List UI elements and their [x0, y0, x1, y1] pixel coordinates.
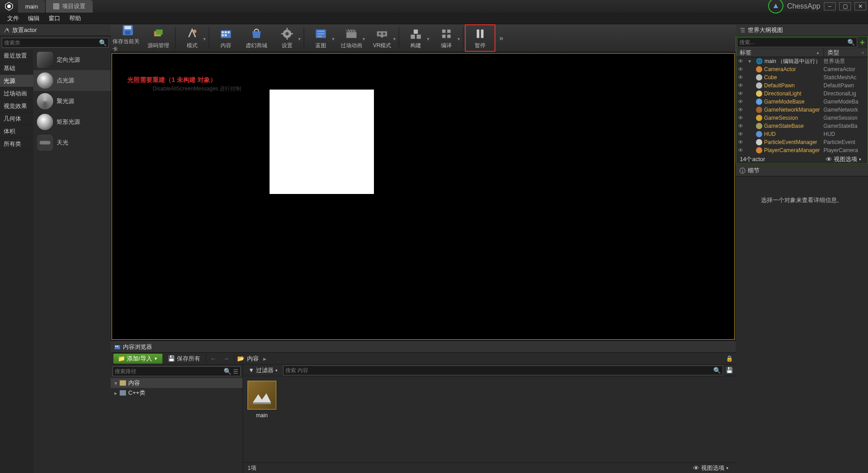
outliner-row[interactable]: 👁DirectionalLightDirectionalLig: [736, 90, 868, 98]
cinematics-button[interactable]: 过场动画▼: [336, 24, 367, 52]
minimize-button[interactable]: –: [824, 2, 836, 10]
outliner-row[interactable]: 👁GameStateBaseGameStateBa: [736, 122, 868, 130]
content-search[interactable]: 🔍: [283, 365, 723, 375]
visibility-icon[interactable]: 👁: [738, 66, 745, 72]
visibility-icon[interactable]: 👁: [738, 147, 745, 153]
world-outliner-tab[interactable]: 世界大纲视图: [736, 24, 868, 36]
outliner-row[interactable]: 👁GameNetworkManagerGameNetwork: [736, 106, 868, 114]
outliner-row[interactable]: 👁CubeStaticMeshAc: [736, 73, 868, 81]
save-level-button[interactable]: 保存当前关卡: [112, 24, 143, 52]
tree-expand-icon[interactable]: ▾: [114, 380, 120, 387]
blueprints-button[interactable]: 蓝图▼: [306, 24, 336, 52]
visibility-icon[interactable]: 👁: [738, 107, 745, 113]
visibility-icon[interactable]: 👁: [738, 90, 745, 97]
visibility-icon[interactable]: 👁: [738, 58, 745, 64]
project-status-icon[interactable]: [768, 0, 783, 14]
asset-main[interactable]: main: [247, 381, 276, 419]
toolbar-overflow[interactable]: »: [495, 24, 507, 52]
place-actor-tab[interactable]: 放置actor: [0, 24, 111, 36]
build-button[interactable]: 构建▼: [400, 24, 431, 52]
save-icon[interactable]: 💾: [726, 367, 733, 374]
search-input[interactable]: [285, 367, 713, 374]
tree-item-content[interactable]: ▾ 内容: [111, 378, 243, 388]
view-options-button[interactable]: 👁 视图选项 ▾: [823, 155, 864, 163]
chevron-down-icon: ▼: [457, 37, 461, 41]
search-input[interactable]: [4, 40, 99, 46]
vr-mode-button[interactable]: VR模式▼: [367, 24, 397, 52]
menu-edit[interactable]: 编辑: [23, 13, 44, 24]
visibility-icon[interactable]: 👁: [738, 139, 745, 145]
tab-project-settings[interactable]: 项目设置: [46, 0, 93, 13]
category-volumes[interactable]: 体积: [0, 125, 33, 138]
view-options-button[interactable]: 👁 视图选项 ▾: [690, 464, 731, 472]
column-label[interactable]: 标签▲: [736, 48, 823, 57]
viewport[interactable]: 光照需要重建（1 未构建 对象） DisableAllScreenMessage…: [112, 53, 735, 340]
visibility-icon[interactable]: 👁: [738, 115, 745, 121]
outliner-row[interactable]: 👁GameSessionGameSession: [736, 114, 868, 122]
category-all[interactable]: 所有类: [0, 138, 33, 150]
menu-help[interactable]: 帮助: [65, 13, 85, 24]
category-vfx[interactable]: 视觉效果: [0, 100, 33, 113]
visibility-icon[interactable]: 👁: [738, 99, 745, 105]
toolbar-label: 内容: [220, 42, 231, 50]
nav-forward-button[interactable]: →: [221, 355, 231, 362]
modes-button[interactable]: 模式▼: [177, 24, 207, 52]
category-cinematic[interactable]: 过场动画: [0, 87, 33, 100]
tab-main[interactable]: main: [18, 0, 45, 13]
visibility-icon[interactable]: 👁: [738, 74, 745, 81]
category-recent[interactable]: 最近放置: [0, 50, 33, 62]
tree-collapse-icon[interactable]: ▾: [745, 58, 754, 64]
actor-point-light[interactable]: 点光源: [33, 70, 111, 91]
visibility-icon[interactable]: 👁: [738, 131, 745, 137]
source-control-button[interactable]: 源码管理: [143, 24, 174, 52]
content-button[interactable]: 内容: [211, 24, 241, 52]
asset-grid[interactable]: main: [243, 376, 736, 462]
column-type[interactable]: 类型≡: [823, 48, 868, 57]
outliner-list[interactable]: 👁 ▾ 🌐 main （编辑器中运行） 世界场景 👁CameraActorCam…: [736, 57, 868, 154]
add-folder-icon[interactable]: ✚: [858, 39, 867, 46]
outliner-row[interactable]: 👁PlayerCameraManagerPlayerCamera: [736, 146, 868, 154]
outliner-row[interactable]: 👁ParticleEventManagerParticleEvent: [736, 138, 868, 146]
add-import-button[interactable]: 📁 添加/导入 ▼: [113, 354, 162, 364]
save-all-button[interactable]: 💾 保存所有: [165, 355, 203, 363]
search-input[interactable]: [115, 368, 224, 374]
outliner-row[interactable]: 👁DefaultPawnDefaultPawn: [736, 81, 868, 90]
actor-rect-light[interactable]: 矩形光源: [33, 112, 111, 132]
button-label: 保存所有: [177, 355, 200, 363]
nav-back-button[interactable]: ←: [209, 355, 219, 362]
actor-icon: [756, 107, 762, 113]
marketplace-button[interactable]: 虚幻商城: [241, 24, 272, 52]
outliner-row[interactable]: 👁CameraActorCameraActor: [736, 65, 868, 73]
search-input[interactable]: [739, 39, 847, 45]
outliner-row[interactable]: 👁HUDHUD: [736, 130, 868, 138]
menu-file[interactable]: 文件: [3, 13, 23, 24]
visibility-icon[interactable]: 👁: [738, 123, 745, 129]
row-label: PlayerCameraManager: [764, 147, 823, 153]
actor-directional-light[interactable]: 定向光源: [33, 50, 111, 70]
category-lights[interactable]: 光源: [0, 75, 33, 87]
filters-button[interactable]: ▼ 过滤器 ▾: [246, 366, 280, 374]
details-tab[interactable]: i 细节: [736, 165, 868, 176]
compile-button[interactable]: 编译▼: [431, 24, 462, 52]
outliner-search[interactable]: 🔍: [737, 37, 857, 47]
close-button[interactable]: ✕: [855, 2, 866, 10]
actor-sky-light[interactable]: 天光: [33, 132, 111, 153]
actor-spot-light[interactable]: 聚光源: [33, 91, 111, 112]
tree-expand-icon[interactable]: ▸: [114, 390, 120, 396]
outliner-root[interactable]: 👁 ▾ 🌐 main （编辑器中运行） 世界场景: [736, 57, 868, 65]
maximize-button[interactable]: ▢: [839, 2, 851, 10]
category-geometry[interactable]: 几何体: [0, 113, 33, 125]
settings-button[interactable]: 设置▼: [272, 24, 302, 52]
breadcrumb-root[interactable]: 内容: [247, 355, 259, 363]
path-search[interactable]: 🔍 ☰: [112, 366, 241, 376]
collapse-tree-icon[interactable]: ☰: [233, 368, 238, 375]
place-actor-search[interactable]: 🔍: [2, 38, 109, 48]
content-browser-tab[interactable]: 内容浏览器: [111, 341, 736, 353]
visibility-icon[interactable]: 👁: [738, 82, 745, 89]
pause-button[interactable]: 暂停: [465, 24, 495, 52]
category-basic[interactable]: 基础: [0, 62, 33, 75]
outliner-row[interactable]: 👁GameModeBaseGameModeBa: [736, 98, 868, 106]
tree-item-cpp[interactable]: ▸ C++类: [111, 388, 243, 398]
lock-icon[interactable]: 🔒: [726, 355, 733, 362]
menu-window[interactable]: 窗口: [44, 13, 65, 24]
